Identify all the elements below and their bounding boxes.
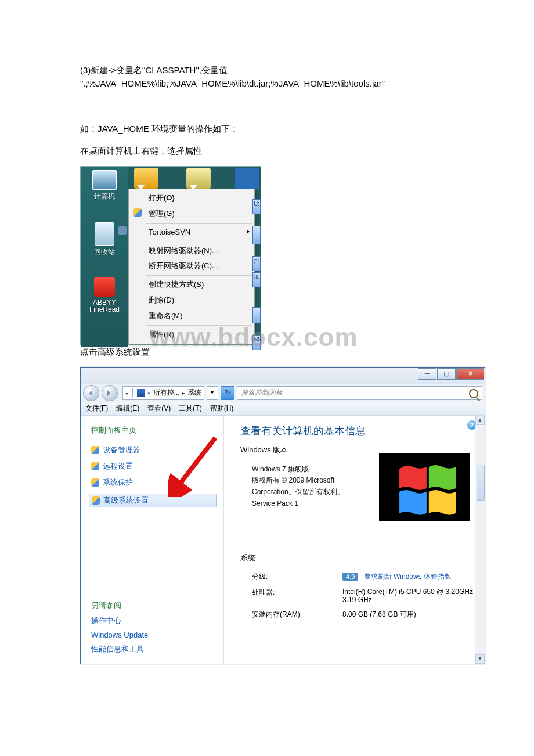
- menu-manage[interactable]: 管理(G): [129, 206, 254, 222]
- wei-refresh-link[interactable]: 要求刷新 Windows 体验指数: [364, 573, 452, 581]
- ram-value: 8.00 GB (7.68 GB 可用): [342, 610, 473, 620]
- menu-create-shortcut[interactable]: 创建快捷方式(S): [129, 277, 254, 293]
- abbyy-label-2: FineRead: [81, 305, 128, 314]
- search-placeholder: 搜索控制面板: [241, 388, 283, 398]
- system-heading: 系统: [240, 553, 473, 563]
- menu-file[interactable]: 文件(F): [85, 404, 108, 413]
- shield-icon: [92, 496, 100, 505]
- menu-view[interactable]: 查看(V): [147, 404, 171, 413]
- shield-icon: [134, 208, 142, 217]
- menu-edit[interactable]: 编辑(E): [116, 404, 139, 413]
- breadcrumb-history-icon[interactable]: [125, 389, 128, 397]
- scroll-down-icon[interactable]: ▼: [475, 654, 485, 664]
- instruction-line-2: ".;%JAVA_HOME%\lib;%JAVA_HOME%\lib\dt.ja…: [80, 77, 476, 91]
- scrollbar[interactable]: ▲ ▼: [475, 416, 485, 664]
- scroll-up-icon[interactable]: ▲: [475, 416, 485, 425]
- menu-tortoisesvn[interactable]: TortoiseSVN: [129, 225, 254, 240]
- search-icon: [469, 389, 478, 398]
- menu-help[interactable]: 帮助(H): [210, 404, 234, 413]
- top-icon-3: [235, 168, 259, 189]
- screenshot-context-menu: 计算机 回收站 ABBYY FineRead 打开(O) 管理(G) Torto…: [80, 166, 261, 345]
- computer-label: 计算机: [81, 192, 128, 201]
- recycle-bin-icon: [95, 222, 114, 246]
- windows-logo: [379, 453, 470, 521]
- maximize-button[interactable]: ▢: [437, 368, 456, 380]
- nav-back-button[interactable]: [83, 385, 99, 401]
- rating-label: 分级:: [252, 572, 337, 582]
- control-panel-flag-icon: [137, 389, 145, 397]
- title-bar: ─ ▢ ✕: [81, 368, 485, 384]
- wei-badge: 4.9: [342, 573, 358, 581]
- cpu-label: 处理器:: [252, 588, 337, 604]
- submenu-arrow-icon: [247, 229, 250, 234]
- nav-forward-button[interactable]: [102, 385, 118, 401]
- abbyy-icon: [94, 277, 115, 297]
- instruction-line-1: (3)新建->变量名"CLASSPATH",变量值: [80, 64, 476, 77]
- copyright-text: 版权所有 © 2009 Microsoft Corporation。保留所有权利…: [252, 475, 374, 498]
- system-protection[interactable]: 系统保护: [91, 477, 217, 488]
- breadcrumb-system[interactable]: 系统: [187, 388, 201, 398]
- top-icon-2: [186, 168, 211, 189]
- performance-tools-link[interactable]: 性能信息和工具: [91, 644, 217, 654]
- close-button[interactable]: ✕: [456, 368, 484, 380]
- remote-settings[interactable]: 远程设置: [91, 461, 217, 471]
- menu-bar: 文件(F) 编辑(E) 查看(V) 工具(T) 帮助(H): [81, 402, 485, 416]
- recycle-bin-label: 回收站: [81, 247, 128, 257]
- shield-icon: [91, 478, 99, 487]
- action-center-link[interactable]: 操作中心: [91, 615, 217, 626]
- step-intro: 如：JAVA_HOME 环境变量的操作如下：: [80, 122, 476, 136]
- minimize-button[interactable]: ─: [418, 368, 436, 380]
- computer-icon: [92, 170, 117, 190]
- breadcrumb-all[interactable]: 所有控...: [153, 388, 180, 398]
- scroll-thumb[interactable]: [477, 465, 485, 501]
- cp-home[interactable]: 控制面板主页: [91, 425, 217, 435]
- refresh-button[interactable]: ↻: [221, 386, 234, 400]
- device-manager[interactable]: 设备管理器: [91, 445, 217, 455]
- see-also-heading: 另请参阅: [91, 600, 217, 611]
- menu-rename[interactable]: 重命名(M): [129, 308, 254, 324]
- breadcrumb[interactable]: «所有控... ▸系统: [122, 386, 204, 400]
- breadcrumb-dropdown[interactable]: ▾: [207, 386, 218, 400]
- context-menu: 打开(O) 管理(G) TortoiseSVN 映射网络驱动器(N)... 断开…: [128, 189, 255, 344]
- shield-icon: [91, 462, 99, 470]
- right-pane: ? 查看有关计算机的基本信息 Windows 版本 Windows 7 旗舰版 …: [224, 416, 485, 664]
- advanced-system-settings[interactable]: 高级系统设置: [89, 494, 217, 507]
- menu-open[interactable]: 打开(O): [129, 190, 254, 206]
- top-icon-1: [134, 168, 158, 189]
- ram-label: 安装内存(RAM):: [252, 610, 337, 620]
- menu-delete[interactable]: 删除(D): [129, 293, 254, 308]
- page-title: 查看有关计算机的基本信息: [240, 424, 473, 438]
- shield-icon: [91, 446, 99, 454]
- svn-icon: [118, 226, 127, 235]
- screenshot-system-window: ─ ▢ ✕ «所有控... ▸系统 ▾ ↻ 搜索控制面板: [80, 367, 485, 664]
- cpu-value: Intel(R) Core(TM) i5 CPU 650 @ 3.20GHz 3…: [342, 588, 473, 604]
- step-rightclick: 在桌面计算机上右键，选择属性: [80, 144, 476, 158]
- menu-tools[interactable]: 工具(T): [179, 404, 201, 413]
- left-pane: 控制面板主页 设备管理器 远程设置 系统保护 高级系统设置 另请参阅 操作中心 …: [81, 416, 224, 664]
- rating-value: 4.9 要求刷新 Windows 体验指数: [342, 572, 473, 582]
- menu-disconnect-drive[interactable]: 断开网络驱动器(C)...: [129, 258, 254, 274]
- watermark-text: www.bdocx.com: [150, 323, 358, 352]
- windows-update-link[interactable]: Windows Update: [91, 631, 217, 639]
- search-input[interactable]: 搜索控制面板: [237, 386, 482, 400]
- menu-map-drive[interactable]: 映射网络驱动器(N)...: [129, 243, 254, 259]
